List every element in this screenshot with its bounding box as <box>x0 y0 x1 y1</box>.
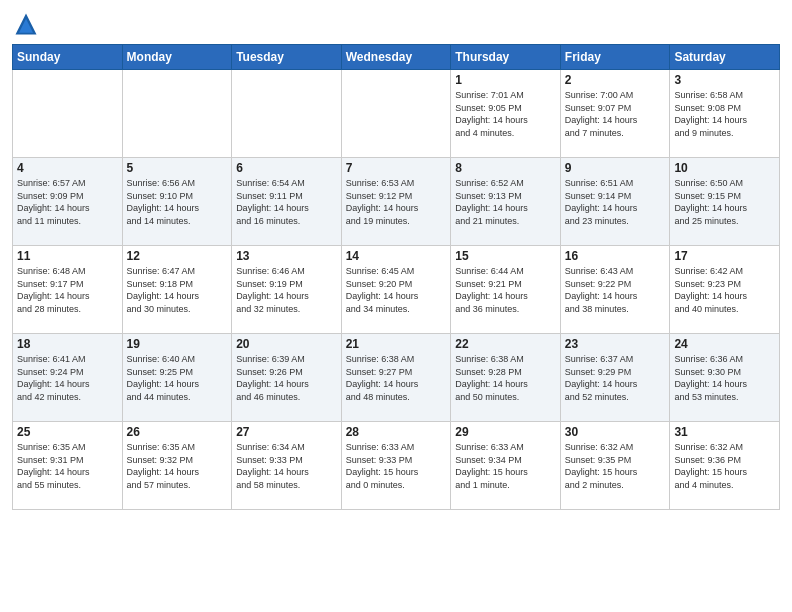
day-info: Sunrise: 6:56 AM Sunset: 9:10 PM Dayligh… <box>127 177 228 227</box>
calendar-cell: 24Sunrise: 6:36 AM Sunset: 9:30 PM Dayli… <box>670 334 780 422</box>
header-row: SundayMondayTuesdayWednesdayThursdayFrid… <box>13 45 780 70</box>
day-number: 19 <box>127 337 228 351</box>
day-number: 2 <box>565 73 666 87</box>
calendar-cell: 25Sunrise: 6:35 AM Sunset: 9:31 PM Dayli… <box>13 422 123 510</box>
calendar-cell: 12Sunrise: 6:47 AM Sunset: 9:18 PM Dayli… <box>122 246 232 334</box>
day-info: Sunrise: 6:58 AM Sunset: 9:08 PM Dayligh… <box>674 89 775 139</box>
day-info: Sunrise: 6:35 AM Sunset: 9:32 PM Dayligh… <box>127 441 228 491</box>
calendar-cell: 1Sunrise: 7:01 AM Sunset: 9:05 PM Daylig… <box>451 70 561 158</box>
calendar-header: SundayMondayTuesdayWednesdayThursdayFrid… <box>13 45 780 70</box>
day-info: Sunrise: 6:35 AM Sunset: 9:31 PM Dayligh… <box>17 441 118 491</box>
day-info: Sunrise: 6:39 AM Sunset: 9:26 PM Dayligh… <box>236 353 337 403</box>
calendar-cell: 23Sunrise: 6:37 AM Sunset: 9:29 PM Dayli… <box>560 334 670 422</box>
day-info: Sunrise: 6:45 AM Sunset: 9:20 PM Dayligh… <box>346 265 447 315</box>
calendar-cell: 10Sunrise: 6:50 AM Sunset: 9:15 PM Dayli… <box>670 158 780 246</box>
day-info: Sunrise: 6:54 AM Sunset: 9:11 PM Dayligh… <box>236 177 337 227</box>
day-info: Sunrise: 6:41 AM Sunset: 9:24 PM Dayligh… <box>17 353 118 403</box>
day-number: 3 <box>674 73 775 87</box>
day-number: 4 <box>17 161 118 175</box>
calendar-cell: 28Sunrise: 6:33 AM Sunset: 9:33 PM Dayli… <box>341 422 451 510</box>
day-number: 10 <box>674 161 775 175</box>
day-header: Tuesday <box>232 45 342 70</box>
day-info: Sunrise: 6:32 AM Sunset: 9:35 PM Dayligh… <box>565 441 666 491</box>
day-header: Monday <box>122 45 232 70</box>
day-header: Thursday <box>451 45 561 70</box>
calendar-week-row: 11Sunrise: 6:48 AM Sunset: 9:17 PM Dayli… <box>13 246 780 334</box>
calendar-cell: 29Sunrise: 6:33 AM Sunset: 9:34 PM Dayli… <box>451 422 561 510</box>
calendar-cell: 17Sunrise: 6:42 AM Sunset: 9:23 PM Dayli… <box>670 246 780 334</box>
day-number: 11 <box>17 249 118 263</box>
day-number: 29 <box>455 425 556 439</box>
calendar-cell: 19Sunrise: 6:40 AM Sunset: 9:25 PM Dayli… <box>122 334 232 422</box>
day-number: 6 <box>236 161 337 175</box>
day-header: Saturday <box>670 45 780 70</box>
logo-icon <box>12 10 40 38</box>
day-info: Sunrise: 7:01 AM Sunset: 9:05 PM Dayligh… <box>455 89 556 139</box>
day-info: Sunrise: 6:46 AM Sunset: 9:19 PM Dayligh… <box>236 265 337 315</box>
day-info: Sunrise: 6:43 AM Sunset: 9:22 PM Dayligh… <box>565 265 666 315</box>
day-number: 5 <box>127 161 228 175</box>
calendar-cell: 27Sunrise: 6:34 AM Sunset: 9:33 PM Dayli… <box>232 422 342 510</box>
day-number: 20 <box>236 337 337 351</box>
day-info: Sunrise: 6:33 AM Sunset: 9:33 PM Dayligh… <box>346 441 447 491</box>
day-info: Sunrise: 6:53 AM Sunset: 9:12 PM Dayligh… <box>346 177 447 227</box>
day-info: Sunrise: 6:33 AM Sunset: 9:34 PM Dayligh… <box>455 441 556 491</box>
calendar-cell: 6Sunrise: 6:54 AM Sunset: 9:11 PM Daylig… <box>232 158 342 246</box>
header <box>12 10 780 38</box>
day-number: 16 <box>565 249 666 263</box>
day-number: 21 <box>346 337 447 351</box>
day-number: 7 <box>346 161 447 175</box>
day-number: 27 <box>236 425 337 439</box>
logo <box>12 10 44 38</box>
calendar-cell: 5Sunrise: 6:56 AM Sunset: 9:10 PM Daylig… <box>122 158 232 246</box>
calendar-week-row: 25Sunrise: 6:35 AM Sunset: 9:31 PM Dayli… <box>13 422 780 510</box>
day-info: Sunrise: 6:38 AM Sunset: 9:28 PM Dayligh… <box>455 353 556 403</box>
day-number: 25 <box>17 425 118 439</box>
day-number: 8 <box>455 161 556 175</box>
calendar-cell: 7Sunrise: 6:53 AM Sunset: 9:12 PM Daylig… <box>341 158 451 246</box>
calendar-cell: 30Sunrise: 6:32 AM Sunset: 9:35 PM Dayli… <box>560 422 670 510</box>
calendar-cell: 20Sunrise: 6:39 AM Sunset: 9:26 PM Dayli… <box>232 334 342 422</box>
day-info: Sunrise: 6:40 AM Sunset: 9:25 PM Dayligh… <box>127 353 228 403</box>
calendar: SundayMondayTuesdayWednesdayThursdayFrid… <box>12 44 780 510</box>
day-info: Sunrise: 6:47 AM Sunset: 9:18 PM Dayligh… <box>127 265 228 315</box>
calendar-cell: 16Sunrise: 6:43 AM Sunset: 9:22 PM Dayli… <box>560 246 670 334</box>
day-info: Sunrise: 6:32 AM Sunset: 9:36 PM Dayligh… <box>674 441 775 491</box>
calendar-cell: 26Sunrise: 6:35 AM Sunset: 9:32 PM Dayli… <box>122 422 232 510</box>
calendar-week-row: 18Sunrise: 6:41 AM Sunset: 9:24 PM Dayli… <box>13 334 780 422</box>
day-number: 12 <box>127 249 228 263</box>
calendar-body: 1Sunrise: 7:01 AM Sunset: 9:05 PM Daylig… <box>13 70 780 510</box>
day-header: Wednesday <box>341 45 451 70</box>
calendar-cell: 4Sunrise: 6:57 AM Sunset: 9:09 PM Daylig… <box>13 158 123 246</box>
day-number: 14 <box>346 249 447 263</box>
day-number: 24 <box>674 337 775 351</box>
calendar-cell: 15Sunrise: 6:44 AM Sunset: 9:21 PM Dayli… <box>451 246 561 334</box>
calendar-cell: 8Sunrise: 6:52 AM Sunset: 9:13 PM Daylig… <box>451 158 561 246</box>
day-info: Sunrise: 6:38 AM Sunset: 9:27 PM Dayligh… <box>346 353 447 403</box>
calendar-cell: 11Sunrise: 6:48 AM Sunset: 9:17 PM Dayli… <box>13 246 123 334</box>
day-info: Sunrise: 6:50 AM Sunset: 9:15 PM Dayligh… <box>674 177 775 227</box>
day-info: Sunrise: 6:34 AM Sunset: 9:33 PM Dayligh… <box>236 441 337 491</box>
day-header: Friday <box>560 45 670 70</box>
day-number: 1 <box>455 73 556 87</box>
day-number: 18 <box>17 337 118 351</box>
day-number: 15 <box>455 249 556 263</box>
day-header: Sunday <box>13 45 123 70</box>
day-number: 28 <box>346 425 447 439</box>
day-info: Sunrise: 7:00 AM Sunset: 9:07 PM Dayligh… <box>565 89 666 139</box>
calendar-week-row: 1Sunrise: 7:01 AM Sunset: 9:05 PM Daylig… <box>13 70 780 158</box>
calendar-cell: 9Sunrise: 6:51 AM Sunset: 9:14 PM Daylig… <box>560 158 670 246</box>
calendar-week-row: 4Sunrise: 6:57 AM Sunset: 9:09 PM Daylig… <box>13 158 780 246</box>
day-number: 31 <box>674 425 775 439</box>
day-info: Sunrise: 6:37 AM Sunset: 9:29 PM Dayligh… <box>565 353 666 403</box>
calendar-cell: 21Sunrise: 6:38 AM Sunset: 9:27 PM Dayli… <box>341 334 451 422</box>
calendar-cell: 22Sunrise: 6:38 AM Sunset: 9:28 PM Dayli… <box>451 334 561 422</box>
calendar-cell: 14Sunrise: 6:45 AM Sunset: 9:20 PM Dayli… <box>341 246 451 334</box>
calendar-cell: 31Sunrise: 6:32 AM Sunset: 9:36 PM Dayli… <box>670 422 780 510</box>
day-number: 17 <box>674 249 775 263</box>
calendar-cell: 13Sunrise: 6:46 AM Sunset: 9:19 PM Dayli… <box>232 246 342 334</box>
day-info: Sunrise: 6:42 AM Sunset: 9:23 PM Dayligh… <box>674 265 775 315</box>
day-number: 13 <box>236 249 337 263</box>
day-info: Sunrise: 6:48 AM Sunset: 9:17 PM Dayligh… <box>17 265 118 315</box>
day-number: 9 <box>565 161 666 175</box>
